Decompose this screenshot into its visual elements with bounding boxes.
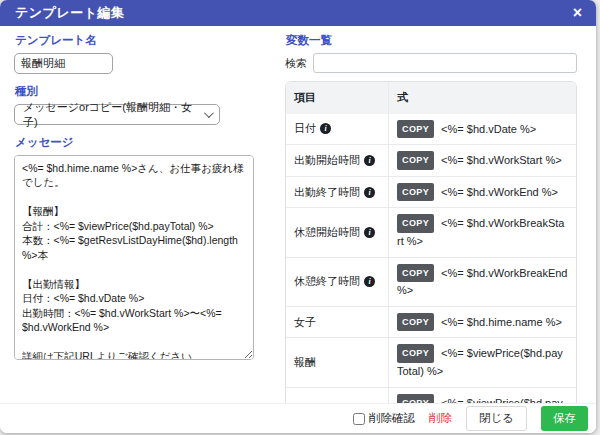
variables-panel: 変数一覧 検索 項目 式 日付 i COPY<%= $hd.vDate %> 出… [285,33,577,403]
info-icon: i [364,227,375,238]
table-row: 報酬 COPY<%= $viewPrice($hd.payTotal) %> [286,337,576,386]
variable-name: 日付 [294,121,316,136]
variable-name: 女子 [294,315,316,330]
chevron-down-icon [204,108,214,118]
table-row: 報酬補正 COPY<%= $viewPrice($hd.payCorrect) … [286,387,576,403]
info-icon: i [364,155,375,166]
variable-expression: <%= $hd.hime.name %> [441,316,562,328]
type-select[interactable]: メッセージorコピー(報酬明細・女子) [14,104,220,125]
message-textarea[interactable]: <%= $hd.hime.name %>さん、お仕事お疲れ様でした。 【報酬】 … [14,155,254,360]
table-row: 休憩開始時間 i COPY<%= $hd.vWorkBreakStart %> [286,207,576,256]
variable-name: 休憩終了時間 [294,274,360,289]
copy-button[interactable]: COPY [397,120,434,138]
variable-name: 休憩開始時間 [294,225,360,240]
variables-title: 変数一覧 [286,33,577,48]
table-row: 女子 COPY<%= $hd.hime.name %> [286,306,576,338]
copy-button[interactable]: COPY [397,394,434,403]
template-edit-modal: テンプレート編集 × テンプレート名 種別 メッセージorコピー(報酬明細・女子… [0,0,596,433]
delete-confirm-checkbox[interactable] [353,413,365,425]
table-row: 休憩終了時間 i COPY<%= $hd.vWorkBreakEnd %> [286,257,576,306]
variable-expression: <%= $hd.vWorkStart %> [441,154,562,166]
variable-name: 出勤終了時間 [294,185,360,200]
variables-table: 項目 式 日付 i COPY<%= $hd.vDate %> 出勤開始時間 i … [285,81,577,403]
search-label: 検索 [285,56,307,71]
copy-button[interactable]: COPY [397,151,434,169]
table-row: 日付 i COPY<%= $hd.vDate %> [286,114,576,145]
table-row: 出勤開始時間 i COPY<%= $hd.vWorkStart %> [286,144,576,176]
template-name-label: テンプレート名 [15,33,254,48]
table-header-row: 項目 式 [286,82,576,114]
copy-button[interactable]: COPY [397,183,434,201]
copy-button[interactable]: COPY [397,313,434,331]
variable-name: 出勤開始時間 [294,153,360,168]
variable-expression: <%= $hd.vDate %> [441,123,536,135]
copy-button[interactable]: COPY [397,214,434,232]
table-row: 出勤終了時間 i COPY<%= $hd.vWorkEnd %> [286,176,576,208]
save-button[interactable]: 保存 [541,406,588,431]
variable-expression: <%= $hd.vWorkEnd %> [441,186,558,198]
search-row: 検索 [285,53,577,73]
delete-button[interactable]: 削除 [429,411,452,426]
copy-button[interactable]: COPY [397,344,434,362]
close-button[interactable]: 閉じる [466,406,527,431]
close-icon[interactable]: × [571,5,584,21]
edit-form: テンプレート名 種別 メッセージorコピー(報酬明細・女子) メッセージ <%=… [14,33,254,403]
copy-button[interactable]: COPY [397,264,434,282]
delete-confirm-option: 削除確認 [353,411,415,426]
search-input[interactable] [313,53,577,73]
modal-title: テンプレート編集 [15,4,125,22]
info-icon: i [364,276,375,287]
info-icon: i [364,187,375,198]
delete-confirm-label: 削除確認 [369,411,415,426]
column-header-expression: 式 [389,82,576,114]
modal-header: テンプレート編集 × [0,0,596,26]
message-label: メッセージ [15,135,254,150]
table-body: 日付 i COPY<%= $hd.vDate %> 出勤開始時間 i COPY<… [286,114,576,403]
type-select-value: メッセージorコピー(報酬明細・女子) [23,100,204,130]
modal-body: テンプレート名 種別 メッセージorコピー(報酬明細・女子) メッセージ <%=… [0,26,596,403]
info-icon: i [320,123,331,134]
template-name-input[interactable] [14,53,113,74]
modal-footer: 削除確認 削除 閉じる 保存 [0,403,596,433]
type-label: 種別 [15,84,254,99]
column-header-item: 項目 [286,82,389,114]
variable-name: 報酬 [294,355,316,370]
